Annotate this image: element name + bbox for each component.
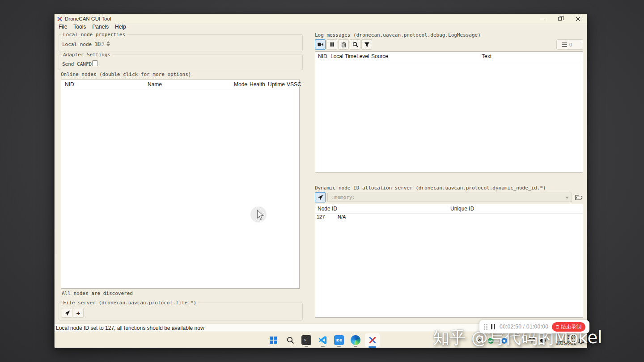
log-pause-button[interactable] <box>326 39 337 50</box>
log-record-button[interactable] <box>315 39 326 50</box>
alloc-start-button[interactable] <box>315 192 326 202</box>
log-search-button[interactable] <box>350 39 360 50</box>
restore-button[interactable] <box>551 14 569 23</box>
local-node-id-spinner[interactable] <box>106 41 110 47</box>
log-counter-value: 0 <box>569 42 572 47</box>
log-messages-title: Log messages (dronecan.uavcan.protocol.d… <box>315 32 481 38</box>
active-app-indicator <box>369 346 376 348</box>
log-clear-button[interactable] <box>338 39 349 50</box>
menu-bar: File Tools Panels Help <box>55 23 587 30</box>
alloc-server-title: Dynamic node ID allocation server (drone… <box>315 185 546 191</box>
local-node-properties-group: Local node properties Local node ID: 127 <box>59 34 303 51</box>
col-health: Health <box>250 81 265 88</box>
screen-recorder-bar: 00:02:50 / 01:00:00 结束录制 <box>479 320 589 333</box>
folder-open-icon <box>575 194 583 200</box>
drag-handle-icon[interactable] <box>484 324 487 330</box>
local-node-id-value: 127 <box>96 42 105 47</box>
window-title: DroneCAN GUI Tool <box>65 16 111 21</box>
online-nodes-title: Online nodes (double click for more opti… <box>61 72 191 77</box>
windows-logo-icon <box>270 337 277 344</box>
col-node-id: Node ID <box>318 206 337 212</box>
restore-icon <box>558 17 562 21</box>
nodes-discovered-status: All nodes are discovered <box>62 290 133 296</box>
col-source: Source <box>371 53 388 59</box>
taskbar-edge-button[interactable] <box>350 335 361 345</box>
recorder-timer: 00:02:50 / 01:00:00 <box>500 324 548 330</box>
dronecan-app-icon <box>369 336 377 344</box>
menu-panels[interactable]: Panels <box>89 23 112 30</box>
pause-icon <box>329 41 335 48</box>
spinner-down-icon <box>106 44 110 46</box>
alloc-table-header: Node ID Unique ID <box>315 204 583 214</box>
col-unique-id: Unique ID <box>450 206 474 212</box>
log-filter-button[interactable] <box>361 39 372 50</box>
chevron-down-icon <box>565 197 569 199</box>
taskbar-terminal-button[interactable]: >_ <box>301 335 312 345</box>
search-icon <box>286 336 294 344</box>
file-server-start-button[interactable] <box>62 308 72 318</box>
col-nid: NID <box>65 81 74 88</box>
vscode-icon <box>318 336 327 345</box>
online-nodes-table[interactable]: NID Name Mode Health Uptime VSSC <box>61 80 300 289</box>
col-log-nid: NID <box>318 53 327 59</box>
minimize-button[interactable] <box>533 14 551 23</box>
rocket-icon <box>64 310 71 316</box>
terminal-icon: >_ <box>301 335 311 345</box>
col-vssc: VSSC <box>287 81 301 88</box>
file-server-add-button[interactable]: + <box>73 308 84 318</box>
col-local-time: Local Time <box>330 53 356 59</box>
running-app-indicator <box>305 346 308 347</box>
recorder-stop-button[interactable]: 结束录制 <box>552 322 585 332</box>
close-button[interactable] <box>569 14 587 23</box>
send-canfd-checkbox[interactable] <box>92 60 98 66</box>
recorder-stop-label: 结束录制 <box>561 324 581 330</box>
adapter-settings-group: Adapter Settings Send CANFD: <box>59 55 303 70</box>
col-text: Text <box>482 53 491 59</box>
list-icon <box>561 42 568 47</box>
adapter-settings-title: Adapter Settings <box>61 52 112 58</box>
log-table-header: NID Local Time Level Source Text <box>315 52 583 61</box>
alloc-db-combobox[interactable]: :memory: <box>327 193 572 202</box>
stop-icon <box>556 325 559 328</box>
alloc-row-node-id: 127 <box>317 214 325 219</box>
taskbar-search-button[interactable] <box>285 335 296 345</box>
close-icon <box>576 17 580 21</box>
alloc-open-db-button[interactable] <box>574 192 584 202</box>
search-icon <box>352 41 359 48</box>
online-nodes-header: NID Name Mode Health Uptime VSSC <box>61 80 299 89</box>
alloc-db-value: :memory: <box>328 194 355 200</box>
minimize-icon <box>540 19 544 19</box>
recorder-pause-button[interactable] <box>491 324 495 329</box>
taskbar-start-button[interactable] <box>268 335 279 345</box>
col-mode: Mode <box>234 81 247 88</box>
menu-help[interactable]: Help <box>112 23 129 30</box>
col-name: Name <box>148 81 162 88</box>
trash-icon <box>340 41 347 48</box>
taskbar-dronecan-button[interactable] <box>365 333 380 347</box>
send-canfd-label: Send CANFD: <box>62 61 95 67</box>
video-camera-icon <box>317 41 324 48</box>
window-titlebar: DroneCAN GUI Tool <box>55 14 587 23</box>
dronecan-app-icon <box>57 16 63 22</box>
ide-icon: IDE <box>334 335 344 345</box>
col-level: Level <box>356 53 369 59</box>
menu-tools[interactable]: Tools <box>70 23 89 30</box>
status-text: Local node ID set to 127, all functions … <box>56 325 204 331</box>
taskbar-vscode-button[interactable] <box>318 335 328 345</box>
running-app-indicator <box>354 346 357 347</box>
windows-desktop: DroneCAN GUI Tool File Tools Panels Help… <box>54 14 587 347</box>
menu-file[interactable]: File <box>55 23 70 30</box>
alloc-table[interactable]: Node ID Unique ID 127 N/A <box>315 204 583 318</box>
rocket-icon <box>317 194 324 201</box>
local-node-properties-title: Local node properties <box>61 32 127 38</box>
filter-icon <box>364 41 370 48</box>
log-messages-table[interactable]: NID Local Time Level Source Text <box>315 51 583 173</box>
spinner-up-icon <box>106 41 110 43</box>
log-counter-button[interactable]: 0 <box>556 39 583 50</box>
plus-icon: + <box>76 310 80 316</box>
mouse-cursor-icon <box>257 210 264 220</box>
running-app-indicator <box>321 346 325 347</box>
edge-browser-icon <box>351 335 360 345</box>
alloc-table-row[interactable]: 127 N/A <box>315 214 583 221</box>
taskbar-ide-button[interactable]: IDE <box>334 335 344 345</box>
